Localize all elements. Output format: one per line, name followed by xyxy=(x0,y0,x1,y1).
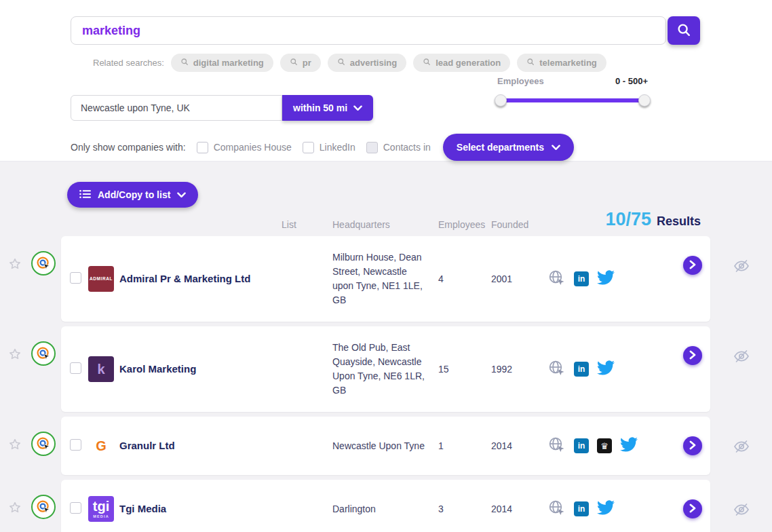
company-card: k Karol Marketing The Old Pub, East Quay… xyxy=(61,326,710,412)
search-icon xyxy=(337,58,345,68)
linkedin-icon[interactable]: in xyxy=(574,501,589,516)
open-company-button[interactable] xyxy=(683,436,702,455)
linkedin-icon[interactable]: in xyxy=(574,271,589,286)
related-search-pill[interactable]: pr xyxy=(280,54,321,72)
chevron-down-icon xyxy=(177,189,186,200)
search-icon xyxy=(423,58,431,68)
search-icon xyxy=(526,58,535,68)
website-globe-icon[interactable] xyxy=(548,269,566,288)
company-checkbox[interactable] xyxy=(70,439,81,451)
related-search-pill[interactable]: digital marketing xyxy=(171,54,273,72)
intent-target-icon[interactable] xyxy=(31,341,56,366)
company-row: G Granulr Ltd Newcastle Upon Tyne 1 2014 xyxy=(0,417,772,475)
column-header-headquarters: Headquarters xyxy=(332,219,390,230)
related-search-pill[interactable]: telemarketing xyxy=(517,54,606,72)
company-founded: 2001 xyxy=(491,273,548,284)
company-name[interactable]: Karol Marketing xyxy=(119,363,196,375)
select-departments-label: Select departments xyxy=(457,142,544,153)
hide-company-icon[interactable] xyxy=(733,439,750,457)
slider-handle-min[interactable] xyxy=(495,94,507,107)
company-name[interactable]: Granulr Ltd xyxy=(119,440,175,451)
filter-linkedin[interactable]: LinkedIn xyxy=(303,142,355,153)
linkedin-label: LinkedIn xyxy=(320,142,355,153)
hide-company-icon[interactable] xyxy=(733,502,750,520)
related-search-label: advertising xyxy=(350,58,397,68)
filter-contacts-in[interactable]: Contacts in xyxy=(366,142,431,153)
select-departments-button[interactable]: Select departments xyxy=(443,134,574,161)
company-name[interactable]: Tgi Media xyxy=(119,503,166,514)
company-logo-subtext: MEDIA xyxy=(93,514,109,518)
company-founded: 2014 xyxy=(491,504,548,514)
related-searches-label: Related searches: xyxy=(93,58,164,68)
search-panel: Related searches: digital marketing pr a… xyxy=(0,0,772,162)
company-checkbox[interactable] xyxy=(70,272,81,284)
column-header-founded: Founded xyxy=(491,219,528,230)
open-company-button[interactable] xyxy=(683,499,702,518)
radius-dropdown-button[interactable]: within 50 mi xyxy=(282,95,373,121)
company-filters: Only show companies with: Companies Hous… xyxy=(71,134,772,161)
company-logo-text: G xyxy=(96,439,107,453)
radius-label: within 50 mi xyxy=(293,102,347,113)
website-globe-icon[interactable] xyxy=(548,499,566,518)
company-logo: k xyxy=(88,356,114,382)
search-button[interactable] xyxy=(668,16,700,45)
results-section: Add/Copy to list List Headquarters Emplo… xyxy=(0,162,772,532)
related-search-pill[interactable]: advertising xyxy=(328,54,406,72)
chevron-down-icon xyxy=(552,142,560,153)
chevron-right-icon xyxy=(689,504,697,515)
linkedin-icon[interactable]: in xyxy=(574,438,589,453)
filter-companies-house[interactable]: Companies House xyxy=(197,142,292,153)
linkedin-checkbox[interactable] xyxy=(303,142,314,153)
search-bar xyxy=(0,0,772,45)
company-card: tgi MEDIA Tgi Media Darlington 3 2014 xyxy=(61,480,710,532)
company-headquarters: Milburn House, Dean Street, Newcastle up… xyxy=(332,250,438,307)
related-search-label: telemarketing xyxy=(539,58,597,68)
intent-target-icon[interactable] xyxy=(31,251,56,276)
website-globe-icon[interactable] xyxy=(548,436,566,455)
company-card: ADMIRAL Admiral Pr & Marketing Ltd Milbu… xyxy=(61,236,710,322)
results-label: Results xyxy=(657,214,701,229)
linkedin-icon[interactable]: in xyxy=(574,362,589,377)
twitter-icon[interactable] xyxy=(597,499,615,519)
twitter-icon[interactable] xyxy=(597,359,615,379)
open-company-button[interactable] xyxy=(683,346,702,365)
column-header-employees: Employees xyxy=(438,219,485,230)
intent-target-icon[interactable] xyxy=(31,432,56,456)
favorite-star-icon[interactable] xyxy=(8,438,22,451)
favorite-star-icon[interactable] xyxy=(8,501,22,514)
crown-badge-icon[interactable]: ♛ xyxy=(597,438,612,453)
search-icon xyxy=(676,22,691,39)
location-input[interactable] xyxy=(71,95,282,121)
hide-company-icon[interactable] xyxy=(733,349,750,366)
search-input[interactable] xyxy=(71,16,666,45)
company-founded: 1992 xyxy=(491,364,548,375)
favorite-star-icon[interactable] xyxy=(8,257,22,271)
intent-target-icon[interactable] xyxy=(31,495,56,519)
company-checkbox[interactable] xyxy=(70,362,81,374)
company-card: G Granulr Ltd Newcastle Upon Tyne 1 2014 xyxy=(61,417,710,475)
results-summary: 10/75 Results xyxy=(605,209,701,230)
only-show-label: Only show companies with: xyxy=(71,142,186,153)
slider-handle-max[interactable] xyxy=(638,94,651,107)
open-company-button[interactable] xyxy=(683,256,702,275)
add-copy-to-list-button[interactable]: Add/Copy to list xyxy=(67,182,198,208)
company-headquarters: Newcastle Upon Tyne xyxy=(332,439,438,453)
company-headquarters: The Old Pub, East Quayside, Newcastle Up… xyxy=(332,341,438,398)
company-name[interactable]: Admiral Pr & Marketing Ltd xyxy=(119,273,250,284)
employees-slider[interactable] xyxy=(497,98,648,102)
twitter-icon[interactable] xyxy=(597,269,615,289)
location-filter: within 50 mi xyxy=(71,95,772,121)
contacts-in-checkbox[interactable] xyxy=(366,142,378,153)
companies-house-checkbox[interactable] xyxy=(197,142,208,153)
company-checkbox[interactable] xyxy=(70,502,81,514)
related-search-pill[interactable]: lead generation xyxy=(413,54,510,72)
favorite-star-icon[interactable] xyxy=(8,347,22,361)
companies-house-label: Companies House xyxy=(214,142,292,153)
twitter-icon[interactable] xyxy=(620,436,638,456)
website-globe-icon[interactable] xyxy=(548,360,566,379)
column-header-list: List xyxy=(282,219,296,230)
company-logo: tgi MEDIA xyxy=(88,496,114,522)
hide-company-icon[interactable] xyxy=(733,259,750,276)
related-search-label: digital marketing xyxy=(193,58,264,68)
search-icon xyxy=(180,58,189,68)
